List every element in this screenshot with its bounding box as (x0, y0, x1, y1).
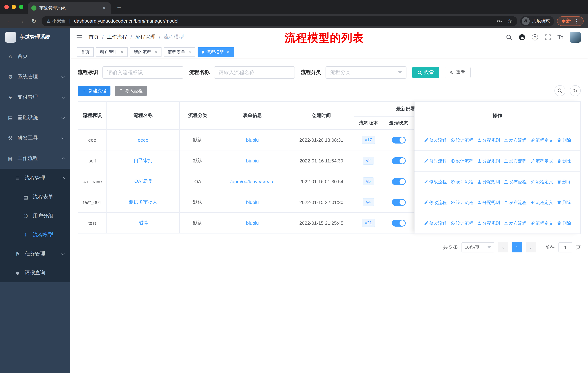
bookmark-star-icon[interactable]: ☆ (507, 18, 512, 24)
sidebar-item-task-manage[interactable]: ⚑任务管理 (0, 244, 70, 263)
refresh-table-button[interactable]: ↻ (570, 85, 581, 96)
modify-process-link[interactable]: 修改流程 (424, 137, 447, 143)
help-icon[interactable]: ? (532, 34, 538, 40)
delete-link[interactable]: 删除 (557, 220, 571, 226)
search-icon[interactable] (506, 34, 512, 40)
back-button[interactable]: ← (4, 18, 14, 24)
close-icon[interactable]: ✕ (120, 50, 124, 55)
browser-update-button[interactable]: 更新 ⋮ (557, 16, 584, 26)
publish-process-link[interactable]: 发布流程 (504, 200, 526, 206)
modify-process-link[interactable]: 修改流程 (424, 200, 447, 206)
close-window-button[interactable] (4, 5, 9, 9)
close-icon[interactable]: ✕ (154, 50, 158, 55)
publish-process-link[interactable]: 发布流程 (504, 179, 526, 185)
page-size-select[interactable]: 10条/页 (462, 242, 494, 252)
sidebar-item-dev-tools[interactable]: ⚒研发工具 (0, 128, 70, 148)
modify-process-link[interactable]: 修改流程 (424, 179, 447, 185)
design-process-link[interactable]: 设计流程 (450, 220, 473, 226)
assign-rules-link[interactable]: 分配规则 (477, 200, 500, 206)
active-toggle[interactable] (392, 199, 406, 206)
breadcrumb-item[interactable]: 首页 (89, 34, 99, 40)
forward-button[interactable]: → (17, 18, 26, 24)
process-definition-link[interactable]: 流程定义 (530, 158, 553, 164)
minimize-window-button[interactable] (12, 5, 16, 9)
reset-button[interactable]: ↻ 重置 (445, 67, 471, 78)
maximize-window-button[interactable] (19, 5, 23, 9)
tag-process-form[interactable]: 流程表单✕ (164, 47, 195, 57)
publish-process-link[interactable]: 发布流程 (504, 137, 526, 143)
design-process-link[interactable]: 设计流程 (450, 158, 473, 164)
next-page-button[interactable]: › (526, 242, 536, 252)
sidebar-item-user-group[interactable]: ⚇用户分组 (0, 207, 70, 225)
assign-rules-link[interactable]: 分配规则 (477, 220, 500, 226)
publish-process-link[interactable]: 发布流程 (504, 220, 526, 226)
process-definition-link[interactable]: 流程定义 (530, 137, 553, 143)
delete-link[interactable]: 删除 (557, 158, 571, 164)
model-name-link[interactable]: eeee (138, 137, 148, 143)
sidebar-item-home[interactable]: ⌂首页 (0, 46, 70, 67)
page-number-button[interactable]: 1 (512, 242, 522, 252)
sidebar-item-infrastructure[interactable]: ▤基础设施 (0, 107, 70, 128)
tag-my-process[interactable]: 我的流程✕ (130, 47, 161, 57)
process-definition-link[interactable]: 流程定义 (530, 200, 553, 206)
sidebar-item-workflow[interactable]: ▦工作流程 (0, 148, 70, 169)
password-key-icon[interactable] (496, 18, 502, 24)
form-info-link[interactable]: biubiu (246, 158, 259, 163)
close-icon[interactable]: ✕ (226, 50, 230, 55)
filter-select[interactable]: 流程分类 (326, 66, 407, 79)
assign-rules-link[interactable]: 分配规则 (477, 179, 500, 185)
prev-page-button[interactable]: ‹ (498, 242, 508, 252)
process-definition-link[interactable]: 流程定义 (530, 179, 553, 185)
fullscreen-icon[interactable] (545, 34, 551, 40)
breadcrumb-item[interactable]: 工作流程 (107, 34, 127, 40)
toggle-search-button[interactable] (555, 85, 565, 96)
goto-page-input[interactable] (558, 242, 572, 252)
delete-link[interactable]: 删除 (557, 200, 571, 206)
assign-rules-link[interactable]: 分配规则 (477, 158, 500, 164)
design-process-link[interactable]: 设计流程 (450, 137, 473, 143)
form-info-link[interactable]: biubiu (246, 200, 259, 205)
github-icon[interactable] (519, 34, 525, 40)
sidebar-item-process-model[interactable]: ✈流程模型 (0, 225, 70, 244)
close-icon[interactable]: ✕ (188, 50, 191, 55)
model-name-link[interactable]: OA 请假 (134, 179, 152, 184)
form-info-link[interactable]: biubiu (246, 137, 259, 143)
sidebar-collapse-icon[interactable] (70, 34, 89, 40)
form-info-link[interactable]: biubiu (246, 220, 259, 226)
breadcrumb-item[interactable]: 流程管理 (135, 34, 156, 40)
browser-tab[interactable]: 芋道管理系统 ✕ (28, 2, 111, 14)
tag-tenant-manage[interactable]: 租户管理✕ (96, 47, 128, 57)
font-size-icon[interactable]: TT (557, 34, 563, 40)
sidebar-item-payment-manage[interactable]: ¥支付管理 (0, 87, 70, 107)
active-toggle[interactable] (392, 220, 406, 226)
modify-process-link[interactable]: 修改流程 (424, 158, 447, 164)
sidebar-item-process-manage[interactable]: ≣流程管理 (0, 169, 70, 188)
incognito-badge[interactable]: 无痕模式 (520, 16, 554, 26)
search-button[interactable]: 搜索 (412, 67, 439, 78)
assign-rules-link[interactable]: 分配规则 (477, 137, 500, 143)
form-info-link[interactable]: /bpm/oa/leave/create (230, 179, 275, 184)
filter-input-流程标识[interactable] (102, 66, 183, 79)
new-tab-button[interactable]: ＋ (116, 3, 122, 11)
publish-process-link[interactable]: 发布流程 (504, 158, 526, 164)
active-toggle[interactable] (392, 178, 406, 185)
model-name-link[interactable]: 自己审批 (134, 158, 153, 163)
active-toggle[interactable] (392, 157, 406, 164)
browser-menu-icon[interactable]: ⋮ (574, 18, 579, 24)
address-bar[interactable]: ⚠ 不安全 | dashboard.yudao.iocoder.cn/bpm/m… (42, 16, 517, 26)
tag-process-model[interactable]: 流程模型✕ (198, 47, 234, 57)
delete-link[interactable]: 删除 (557, 137, 571, 143)
tab-close-icon[interactable]: ✕ (101, 5, 107, 11)
sidebar-item-leave-query[interactable]: ☻请假查询 (0, 263, 70, 282)
sidebar-item-system-manage[interactable]: ⚙系统管理 (0, 67, 70, 87)
app-logo[interactable]: 芋道管理系统 (0, 28, 70, 46)
delete-link[interactable]: 删除 (557, 179, 571, 185)
active-toggle[interactable] (392, 136, 406, 143)
tag-home[interactable]: 首页 (77, 47, 94, 57)
reload-button[interactable]: ↻ (29, 18, 39, 24)
model-name-link[interactable]: 测试多审批人 (129, 199, 157, 205)
create-process-button[interactable]: ＋ 新建流程 (78, 86, 110, 96)
modify-process-link[interactable]: 修改流程 (424, 220, 447, 226)
design-process-link[interactable]: 设计流程 (450, 200, 473, 206)
user-avatar[interactable] (570, 32, 581, 43)
